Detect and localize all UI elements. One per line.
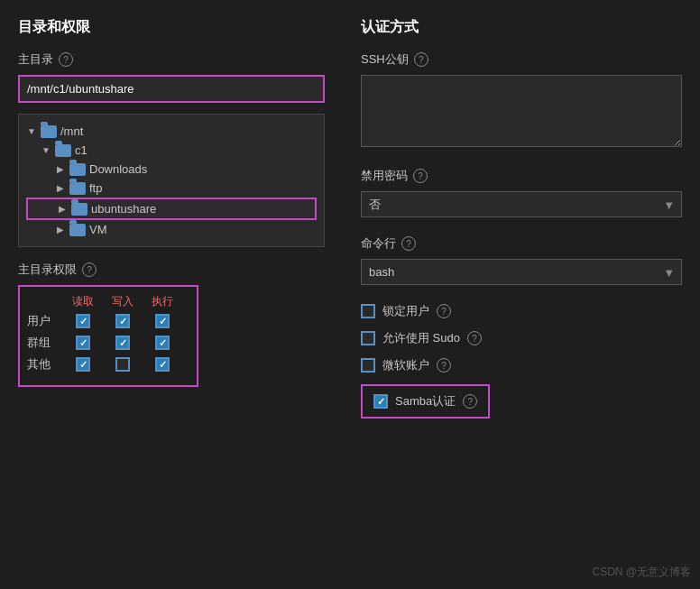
perm-row-other: 其他: [27, 356, 189, 373]
lock-user-label: 锁定用户: [382, 303, 429, 319]
right-panel: 认证方式 SSH公钥 ? 禁用密码 ? 否 是 ▼: [361, 18, 682, 419]
cmd-section: 命令行 ? bash sh zsh ▼: [361, 235, 682, 285]
perm-help-icon[interactable]: ?: [82, 262, 97, 277]
tree-item-mnt[interactable]: ▼ /mnt: [26, 122, 317, 141]
perm-group-read-cb[interactable]: [76, 336, 90, 350]
chevron-c1-icon: ▼: [41, 145, 51, 156]
chevron-ftp-icon: ▶: [55, 183, 66, 194]
ms-account-checkbox[interactable]: [361, 358, 375, 373]
samba-help-icon[interactable]: ?: [463, 394, 477, 409]
credit-text: CSDN @无意义博客: [592, 565, 691, 580]
perm-user-read-cb[interactable]: [76, 314, 90, 328]
allow-sudo-help-icon[interactable]: ?: [467, 331, 482, 345]
home-dir-label: 主目录: [18, 51, 53, 68]
ssh-key-section: SSH公钥 ?: [361, 51, 682, 150]
perm-header-write: 写入: [103, 294, 143, 309]
right-section-title: 认证方式: [361, 18, 682, 37]
ssh-key-label: SSH公钥: [361, 51, 409, 68]
perm-group-label: 群组: [27, 335, 63, 351]
disable-pwd-select[interactable]: 否 是: [361, 191, 682, 217]
perm-user-label: 用户: [27, 313, 63, 329]
chevron-downloads-icon: ▶: [55, 164, 66, 175]
tree-label-ftp: ftp: [89, 181, 102, 195]
allow-sudo-checkbox[interactable]: [361, 331, 375, 345]
lock-user-help-icon[interactable]: ?: [437, 304, 451, 318]
cmd-select-wrapper: bash sh zsh ▼: [361, 259, 682, 285]
folder-ftp-icon: [69, 182, 86, 195]
cmd-select[interactable]: bash sh zsh: [361, 259, 682, 285]
permissions-box: 读取 写入 执行 用户 群组 其他: [18, 285, 198, 387]
samba-checkbox[interactable]: [373, 394, 388, 409]
tree-label-vm: VM: [89, 223, 107, 236]
tree-item-downloads[interactable]: ▶ Downloads: [26, 160, 317, 179]
allow-sudo-label: 允许使用 Sudo: [382, 330, 460, 346]
lock-user-checkbox[interactable]: [361, 304, 375, 318]
file-tree: ▼ /mnt ▼ c1 ▶ Downloads ▶ ftp: [18, 114, 325, 247]
perm-other-write-cb[interactable]: [115, 357, 130, 372]
left-panel: 目录和权限 主目录 ? ▼ /mnt ▼ c1 ▶: [18, 18, 325, 419]
perm-row-user: 用户: [27, 313, 189, 329]
disable-pwd-section: 禁用密码 ? 否 是 ▼: [361, 168, 682, 217]
tree-label-downloads: Downloads: [89, 162, 147, 176]
chevron-vm-icon: ▶: [55, 225, 66, 235]
tree-label-c1: c1: [75, 143, 88, 157]
perm-other-read-cb[interactable]: [76, 357, 90, 372]
samba-option: Samba认证 ?: [361, 384, 490, 419]
tree-item-vm[interactable]: ▶ VM: [26, 220, 317, 239]
allow-sudo-option: 允许使用 Sudo ?: [361, 330, 682, 346]
perm-user-exec-cb[interactable]: [155, 314, 170, 328]
folder-c1-icon: [55, 144, 71, 157]
tree-label-mnt: /mnt: [60, 124, 83, 138]
cmd-help-icon[interactable]: ?: [401, 236, 416, 251]
left-section-title: 目录和权限: [18, 18, 325, 37]
chevron-mnt-icon: ▼: [26, 126, 37, 137]
path-input[interactable]: [18, 75, 325, 103]
perm-header-read: 读取: [63, 294, 103, 309]
tree-label-ubuntushare: ubuntushare: [91, 202, 156, 216]
perm-other-exec-cb[interactable]: [155, 357, 170, 372]
chevron-ubuntushare-icon: ▶: [57, 204, 68, 215]
perm-other-label: 其他: [27, 356, 63, 373]
disable-pwd-label: 禁用密码: [361, 168, 408, 184]
ms-account-label: 微软账户: [382, 357, 429, 373]
folder-vm-icon: [69, 224, 86, 236]
perm-group-exec-cb[interactable]: [155, 336, 170, 350]
tree-item-ubuntushare[interactable]: ▶ ubuntushare: [26, 198, 317, 220]
perm-user-write-cb[interactable]: [115, 314, 130, 328]
home-dir-help-icon[interactable]: ?: [59, 52, 73, 67]
tree-item-ftp[interactable]: ▶ ftp: [26, 179, 317, 198]
tree-item-c1[interactable]: ▼ c1: [26, 141, 317, 160]
perm-group-write-cb[interactable]: [115, 336, 130, 350]
perm-row-group: 群组: [27, 335, 189, 351]
folder-downloads-icon: [69, 163, 86, 176]
ms-account-help-icon[interactable]: ?: [437, 358, 451, 373]
samba-label: Samba认证: [395, 393, 456, 410]
lock-user-option: 锁定用户 ?: [361, 303, 682, 319]
ssh-key-input[interactable]: [361, 75, 682, 147]
cmd-label: 命令行: [361, 235, 396, 252]
ssh-key-help-icon[interactable]: ?: [414, 52, 428, 67]
ms-account-option: 微软账户 ?: [361, 357, 682, 373]
perm-header-exec: 执行: [143, 294, 182, 309]
folder-ubuntushare-icon: [71, 203, 88, 216]
disable-pwd-select-wrapper: 否 是 ▼: [361, 191, 682, 217]
perm-label: 主目录权限: [18, 262, 77, 278]
folder-mnt-icon: [41, 125, 57, 138]
disable-pwd-help-icon[interactable]: ?: [413, 169, 428, 183]
